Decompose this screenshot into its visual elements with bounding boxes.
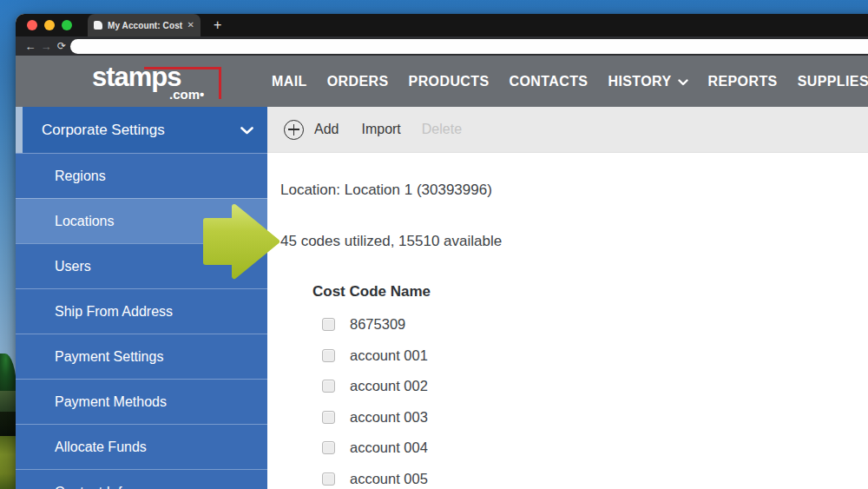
browser-toolbar: ← → ⟳: [16, 36, 868, 56]
cost-code-rows: 8675309 account 001 account 002: [280, 309, 868, 489]
wallpaper-grass-shape: [0, 436, 16, 489]
sidebar: Corporate Settings Regions Locations: [16, 107, 267, 489]
tab-close-icon[interactable]: ✕: [187, 21, 194, 30]
nav-item-label: PRODUCTS: [409, 74, 490, 89]
logo-text: stamps: [92, 63, 231, 90]
usage-line: 45 codes utilized, 15510 available: [280, 233, 868, 250]
cost-code-name-header: Cost Code Name: [312, 283, 868, 301]
page-content: Corporate Settings Regions Locations: [16, 107, 868, 489]
row-checkbox[interactable]: [322, 318, 335, 331]
primary-nav: MAIL ORDERS PRODUCTS: [272, 56, 868, 107]
sidebar-item-label: Ship From Address: [55, 304, 173, 320]
cost-code-name: account 003: [350, 409, 428, 426]
nav-item[interactable]: HISTORY: [608, 74, 687, 89]
tab-strip: My Account: Cost Codes | Stamp ✕ +: [16, 14, 868, 36]
chevron-down-icon: [240, 127, 253, 135]
sidebar-item[interactable]: Payment Settings: [16, 334, 267, 379]
browser-tab[interactable]: My Account: Cost Codes | Stamp ✕: [88, 14, 201, 36]
location-line: Location: Location 1 (30393996): [280, 182, 868, 199]
cost-code-name: 8675309: [350, 316, 405, 333]
tab-title: My Account: Cost Codes | Stamp: [108, 21, 184, 30]
sidebar-item-label: Users: [55, 259, 91, 274]
add-button[interactable]: Add: [314, 122, 339, 137]
delete-button: Delete: [422, 122, 462, 137]
wallpaper-green-shape: [0, 391, 16, 413]
cost-code-name: account 005: [350, 471, 428, 487]
stamps-logo[interactable]: stamps .com•: [92, 63, 231, 102]
new-tab-button[interactable]: +: [214, 18, 221, 32]
tab-favicon: [94, 21, 102, 30]
cost-codes-toolbar: Add Import Delete: [267, 107, 868, 153]
sidebar-item[interactable]: Payment Methods: [16, 379, 267, 424]
row-checkbox[interactable]: [322, 411, 335, 424]
table-row: account 004: [280, 433, 868, 464]
main-column: Add Import Delete Location: Location 1 (…: [267, 107, 868, 489]
table-row: account 003: [280, 402, 868, 433]
window-controls: [27, 20, 72, 30]
sidebar-item-label: Regions: [55, 169, 106, 184]
wallpaper-green-shape: [0, 354, 16, 393]
browser-window: My Account: Cost Codes | Stamp ✕ + ← → ⟳…: [16, 14, 868, 489]
zoom-window-button[interactable]: [62, 20, 72, 30]
sidebar-item-label: Allocate Funds: [55, 439, 147, 455]
sidebar-items: Regions Locations Users Ship From Addres…: [16, 153, 267, 489]
nav-item-label: MAIL: [272, 74, 307, 89]
nav-item[interactable]: PRODUCTS: [409, 74, 490, 89]
close-window-button[interactable]: [27, 20, 37, 30]
import-button[interactable]: Import: [361, 122, 400, 137]
sidebar-header-label: Corporate Settings: [42, 122, 165, 139]
sidebar-item-label: Payment Methods: [55, 394, 167, 410]
cost-codes-panel: Location: Location 1 (30393996) 45 codes…: [267, 153, 868, 489]
sidebar-item[interactable]: Locations: [16, 198, 267, 243]
nav-item-label: CONTACTS: [510, 74, 589, 89]
table-row: 8675309: [280, 309, 868, 340]
logo-com-text: .com•: [169, 87, 204, 102]
sidebar-item[interactable]: Regions: [16, 153, 267, 198]
wallpaper-dark-shape: [0, 412, 16, 438]
nav-item-label: ORDERS: [327, 74, 389, 89]
forward-icon: →: [38, 41, 54, 52]
nav-item[interactable]: REPORTS: [708, 74, 778, 89]
nav-item[interactable]: ORDERS: [327, 74, 389, 89]
nav-item-label: REPORTS: [708, 74, 778, 89]
chevron-down-icon: [678, 79, 688, 86]
sidebar-item-label: Locations: [55, 214, 115, 229]
row-checkbox[interactable]: [322, 472, 335, 486]
sidebar-item[interactable]: Ship From Address: [16, 288, 267, 334]
nav-item-label: SUPPLIES: [798, 74, 868, 89]
address-bar[interactable]: [70, 39, 868, 54]
table-row: account 005: [280, 464, 868, 489]
reload-icon[interactable]: ⟳: [54, 41, 69, 51]
back-icon[interactable]: ←: [23, 41, 38, 52]
row-checkbox[interactable]: [322, 441, 335, 454]
sidebar-item-label: Payment Settings: [55, 349, 163, 365]
sidebar-item[interactable]: Users: [16, 243, 267, 288]
minimize-window-button[interactable]: [44, 20, 55, 30]
cost-code-name: account 001: [350, 347, 428, 364]
add-plus-icon[interactable]: [284, 120, 304, 140]
nav-item[interactable]: CONTACTS: [510, 74, 589, 89]
nav-item[interactable]: SUPPLIES: [798, 74, 868, 89]
row-checkbox[interactable]: [322, 380, 335, 393]
nav-item-label: HISTORY: [608, 74, 671, 89]
row-checkbox[interactable]: [322, 349, 335, 362]
site-header: stamps .com• MAIL ORDERS: [16, 56, 868, 107]
nav-item[interactable]: MAIL: [272, 74, 307, 89]
table-row: account 002: [280, 371, 868, 402]
sidebar-item[interactable]: Contact Info: [16, 469, 267, 489]
sidebar-item[interactable]: Allocate Funds: [16, 424, 267, 469]
sidebar-header-corporate-settings[interactable]: Corporate Settings: [16, 107, 267, 153]
sidebar-item-label: Contact Info: [55, 485, 129, 489]
cost-code-name: account 002: [350, 378, 428, 394]
table-row: account 001: [280, 340, 868, 372]
cost-code-name: account 004: [350, 439, 428, 456]
